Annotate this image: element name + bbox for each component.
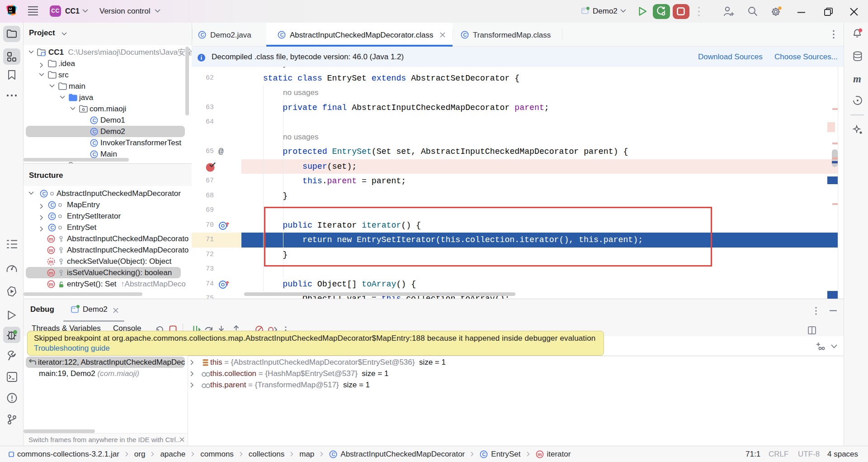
svg-text:C: C [50,214,54,219]
svg-text:C: C [92,152,96,157]
svg-text:C: C [332,452,335,457]
svg-text:m: m [49,259,53,264]
svg-text:m: m [49,248,53,253]
svg-text:C: C [463,32,467,38]
svg-text:m: m [49,270,53,276]
svg-text:C: C [280,32,283,38]
svg-text:C: C [482,452,486,457]
svg-text:C: C [92,129,96,134]
svg-text:m: m [49,236,53,242]
svg-text:C: C [42,191,46,196]
svg-text:m: m [538,452,542,457]
svg-text:C: C [50,225,54,230]
svg-text:C: C [200,32,204,38]
svg-text:C: C [50,202,54,208]
svg-text:m: m [49,281,53,287]
svg-text:IJ: IJ [9,7,12,10]
svg-text:C: C [92,118,96,123]
svg-text:C: C [92,140,96,146]
